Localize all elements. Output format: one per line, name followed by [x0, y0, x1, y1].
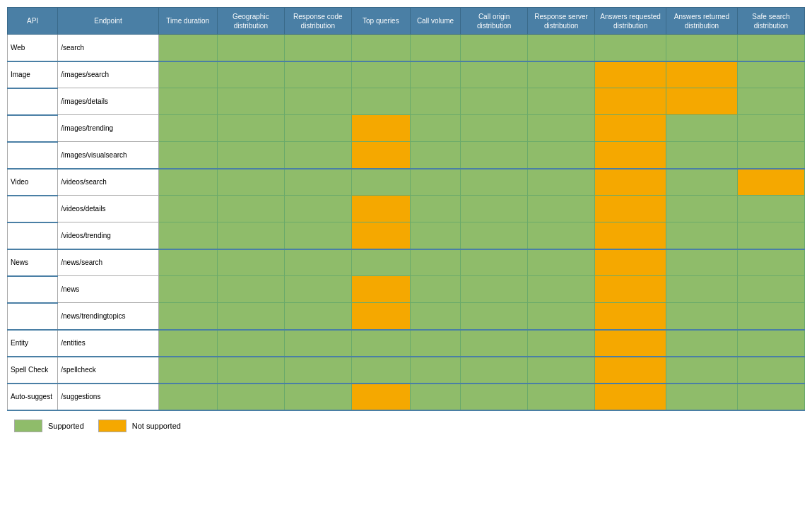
support-cell — [737, 88, 804, 115]
support-cell — [158, 222, 217, 249]
header-response-server-distribution: Response server distribution — [528, 8, 595, 35]
support-cell — [410, 249, 460, 276]
support-cell — [351, 276, 410, 303]
support-cell — [217, 196, 284, 222]
support-cell — [595, 303, 666, 330]
support-cell — [284, 142, 351, 169]
support-cell — [217, 303, 284, 330]
support-cell — [410, 169, 460, 196]
support-cell — [595, 61, 666, 88]
support-cell — [158, 169, 217, 196]
support-cell — [737, 35, 804, 61]
api-support-table: API Endpoint Time duration Geographic di… — [7, 7, 805, 411]
support-cell — [737, 330, 804, 357]
endpoint-cell: /images/search — [58, 61, 158, 88]
support-cell — [158, 35, 217, 61]
support-cell — [217, 249, 284, 276]
api-cell — [8, 115, 58, 142]
support-cell — [737, 222, 804, 249]
table-row: Web/search — [8, 35, 805, 61]
support-cell — [528, 88, 595, 115]
legend-not-supported-label: Not supported — [132, 422, 181, 430]
support-cell — [284, 61, 351, 88]
support-cell — [461, 88, 528, 115]
header-answers-returned-distribution: Answers returned distribution — [666, 8, 738, 35]
support-cell — [217, 276, 284, 303]
support-cell — [666, 222, 738, 249]
support-cell — [410, 222, 460, 249]
support-cell — [595, 384, 666, 410]
support-cell — [351, 169, 410, 196]
support-cell — [351, 88, 410, 115]
support-cell — [461, 249, 528, 276]
endpoint-cell: /news — [58, 276, 158, 303]
support-cell — [410, 384, 460, 410]
endpoint-cell: /videos/trending — [58, 222, 158, 249]
support-cell — [461, 196, 528, 222]
support-cell — [410, 115, 460, 142]
api-cell: Web — [8, 35, 58, 61]
table-row: /videos/trending — [8, 222, 805, 249]
support-cell — [410, 61, 460, 88]
support-cell — [351, 115, 410, 142]
support-cell — [461, 303, 528, 330]
support-cell — [410, 142, 460, 169]
endpoint-cell: /images/details — [58, 88, 158, 115]
header-safe-search-distribution: Safe search distribution — [737, 8, 804, 35]
support-cell — [158, 357, 217, 384]
support-cell — [528, 276, 595, 303]
support-cell — [461, 222, 528, 249]
support-cell — [284, 276, 351, 303]
support-cell — [217, 330, 284, 357]
support-cell — [158, 142, 217, 169]
support-cell — [158, 196, 217, 222]
api-cell — [8, 88, 58, 115]
header-geographic-distribution: Geographic distribution — [217, 8, 284, 35]
header-call-origin-distribution: Call origin distribution — [461, 8, 528, 35]
support-cell — [595, 330, 666, 357]
table-row: Auto-suggest/suggestions — [8, 384, 805, 410]
support-cell — [528, 35, 595, 61]
api-cell — [8, 142, 58, 169]
support-cell — [217, 169, 284, 196]
support-cell — [461, 142, 528, 169]
support-cell — [158, 303, 217, 330]
legend: Supported Not supported — [7, 420, 805, 432]
support-cell — [410, 196, 460, 222]
support-cell — [284, 196, 351, 222]
support-cell — [528, 249, 595, 276]
support-cell — [666, 384, 738, 410]
support-cell — [737, 61, 804, 88]
legend-not-supported: Not supported — [98, 420, 181, 432]
support-cell — [284, 169, 351, 196]
support-cell — [217, 384, 284, 410]
support-cell — [528, 115, 595, 142]
support-cell — [666, 61, 738, 88]
support-cell — [284, 35, 351, 61]
support-cell — [284, 384, 351, 410]
support-cell — [158, 330, 217, 357]
header-call-volume: Call volume — [410, 8, 460, 35]
support-cell — [461, 276, 528, 303]
support-cell — [351, 142, 410, 169]
endpoint-cell: /entities — [58, 330, 158, 357]
support-cell — [595, 357, 666, 384]
support-cell — [158, 249, 217, 276]
support-cell — [666, 303, 738, 330]
support-cell — [528, 330, 595, 357]
support-cell — [410, 303, 460, 330]
endpoint-cell: /suggestions — [58, 384, 158, 410]
support-cell — [217, 35, 284, 61]
support-cell — [284, 303, 351, 330]
legend-supported-label: Supported — [48, 422, 84, 430]
header-response-code-distribution: Response code distribution — [284, 8, 351, 35]
support-cell — [595, 276, 666, 303]
support-cell — [351, 196, 410, 222]
table-row: /news/trendingtopics — [8, 303, 805, 330]
api-cell: Image — [8, 61, 58, 88]
support-cell — [666, 88, 738, 115]
support-cell — [595, 249, 666, 276]
support-cell — [158, 61, 217, 88]
support-cell — [410, 357, 460, 384]
support-cell — [666, 142, 738, 169]
